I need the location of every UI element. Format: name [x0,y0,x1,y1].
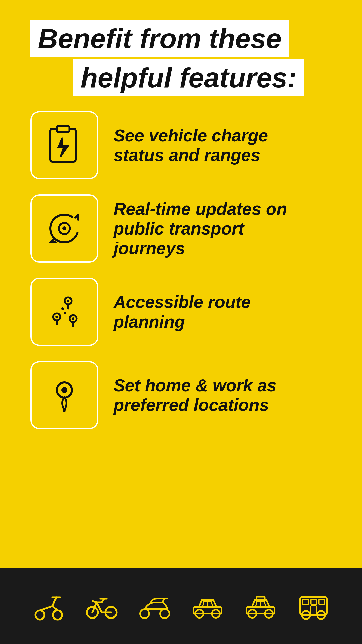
feature-item-realtime: Real-time updates on public transport jo… [30,194,332,263]
feature-text-route: Accessible route planning [114,292,290,331]
svg-rect-50 [319,599,324,604]
charge-status-icon-box [30,111,98,179]
svg-point-12 [72,317,74,320]
location-pin-icon [43,374,86,417]
svg-line-24 [52,606,58,610]
bicycle-icon [85,590,118,623]
location-icon-box [30,361,98,429]
svg-point-31 [140,609,149,618]
ev-charge-icon [43,124,86,167]
car-icon [191,590,224,623]
svg-point-20 [53,610,62,620]
svg-point-14 [61,307,64,310]
footer-bar [0,568,362,644]
scooter-icon [32,590,65,623]
svg-point-9 [55,316,58,318]
svg-point-18 [63,410,66,412]
main-content: Benefit from these helpful features: See… [0,0,362,568]
svg-point-6 [67,300,69,302]
feature-text-realtime: Real-time updates on public transport jo… [114,199,290,258]
feature-item-location: Set home & work as preferred locations [30,361,332,429]
svg-line-21 [40,606,52,610]
svg-point-17 [61,387,67,393]
title-block: Benefit from these helpful features: [30,20,332,96]
features-list: See vehicle charge status and ranges [30,111,332,429]
svg-point-15 [64,312,66,314]
feature-item-route: Accessible route planning [30,278,332,346]
realtime-icon-box [30,194,98,263]
realtime-icon [43,207,86,250]
svg-line-22 [52,597,56,606]
svg-rect-49 [311,599,316,604]
taxi-icon [244,590,277,623]
svg-rect-1 [57,126,69,132]
title-text-line2: helpful features: [73,59,304,96]
feature-text-charge: See vehicle charge status and ranges [114,125,290,165]
svg-point-19 [35,610,44,620]
feature-item-charge: See vehicle charge status and ranges [30,111,332,179]
svg-point-32 [160,609,169,618]
title-line1: Benefit from these [30,20,289,57]
title-line2: helpful features: [73,59,332,96]
svg-point-4 [62,226,66,230]
svg-line-30 [93,601,97,602]
svg-rect-51 [311,606,316,615]
bus-icon [297,590,330,623]
route-icon-box [30,278,98,346]
svg-rect-48 [303,599,308,604]
title-text-line1: Benefit from these [38,23,282,54]
moped-icon [138,590,171,623]
route-icon [43,290,86,333]
svg-rect-43 [256,597,265,600]
feature-text-location: Set home & work as preferred locations [114,375,290,415]
